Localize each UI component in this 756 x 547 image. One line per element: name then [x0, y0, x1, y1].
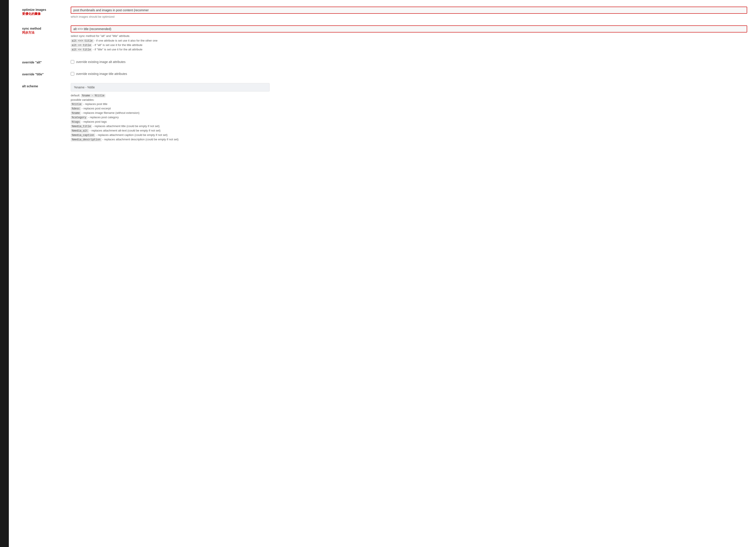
variable-line: %title - replaces post title: [71, 102, 747, 106]
variable-line: %media_caption - replaces attachment cap…: [71, 133, 747, 137]
override-alt-label-col: override "alt": [22, 59, 71, 64]
variable-code: %category: [71, 116, 87, 119]
sidebar: [0, 0, 9, 547]
sync-method-option1-desc: - if one attribute is set use it also fo…: [94, 39, 158, 42]
alt-scheme-label-en: alt scheme: [22, 84, 71, 88]
override-alt-checkbox-label: override existing image alt attributes: [76, 60, 126, 64]
alt-scheme-input[interactable]: [71, 83, 270, 91]
override-alt-checkbox-row: override existing image alt attributes: [71, 60, 747, 64]
variable-desc: - replaces attachment alt-text (could be…: [89, 129, 160, 132]
alt-scheme-label-col: alt scheme: [22, 83, 71, 88]
variable-code: %title: [71, 103, 82, 106]
override-title-control: override existing image title attributes: [71, 71, 747, 76]
variable-desc: - replaces attachment description (could…: [102, 138, 179, 141]
optimize-images-control: post thumbnails and images in post conte…: [71, 7, 747, 18]
variable-code: %name: [71, 111, 81, 115]
optimize-images-select[interactable]: post thumbnails and images in post conte…: [71, 7, 747, 14]
sync-method-select[interactable]: alt <=> title (recommended): [71, 25, 747, 32]
variable-desc: - replaces post category: [87, 116, 119, 119]
override-alt-label-en: override "alt": [22, 61, 71, 64]
variable-line: %category - replaces post category: [71, 116, 747, 119]
sync-method-option2-code: alt => title: [71, 44, 92, 47]
variable-line: %media_title - replaces attachment title…: [71, 124, 747, 128]
override-title-checkbox[interactable]: [71, 72, 74, 76]
alt-scheme-row: alt scheme default: %name - %title possi…: [22, 83, 747, 142]
sync-method-option3: alt <= title - if "title" is set use it …: [71, 48, 747, 51]
variable-desc: - replaces attachment caption (could be …: [95, 133, 168, 137]
variable-desc: - replaces post tags: [81, 120, 107, 123]
alt-scheme-default-label: default:: [71, 94, 80, 97]
sync-method-option1: alt <=> title - if one attribute is set …: [71, 39, 747, 42]
override-alt-control: override existing image alt attributes: [71, 59, 747, 64]
override-title-label-en: override "title": [22, 72, 71, 76]
optimize-images-row: optimize images 要優化的圖像 post thumbnails a…: [22, 7, 747, 18]
variable-code: %media_alt: [71, 129, 89, 133]
variable-code: %media_title: [71, 125, 92, 128]
variable-code: %media_caption: [71, 133, 95, 137]
optimize-images-label-zh: 要優化的圖像: [22, 12, 71, 16]
sync-method-option1-code: alt <=> title: [71, 39, 94, 43]
override-title-row: override "title" override existing image…: [22, 71, 747, 76]
variable-desc: - replaces post excerpt: [81, 107, 111, 110]
sync-method-label-en: sync method: [22, 27, 71, 30]
variable-code: %media_description: [71, 138, 102, 141]
sync-method-option3-desc: - if "title" is set use it for the alt a…: [92, 48, 142, 51]
optimize-images-label-en: optimize images: [22, 8, 71, 11]
sync-method-row: sync method 同步方法 alt <=> title (recommen…: [22, 25, 747, 52]
sync-method-option3-code: alt <= title: [71, 48, 92, 51]
override-title-checkbox-row: override existing image title attributes: [71, 72, 747, 76]
variable-desc: - replaces attachment title (could be em…: [92, 124, 160, 128]
override-alt-checkbox[interactable]: [71, 60, 74, 64]
variable-line: %tags - replaces post tags: [71, 120, 747, 124]
alt-scheme-control: default: %name - %title possible variabl…: [71, 83, 747, 142]
alt-scheme-possible-vars-label: possible variables:: [71, 98, 747, 101]
optimize-images-label-col: optimize images 要優化的圖像: [22, 7, 71, 16]
override-title-checkbox-label: override existing image title attributes: [76, 72, 127, 76]
variable-code: %desc: [71, 107, 81, 111]
override-title-label-col: override "title": [22, 71, 71, 76]
variable-line: %name - replaces image filename (without…: [71, 111, 747, 115]
variable-line: %media_description - replaces attachment…: [71, 138, 747, 141]
variable-line: %media_alt - replaces attachment alt-tex…: [71, 129, 747, 132]
sync-method-option2: alt => title - if "alt" is set use it fo…: [71, 43, 747, 47]
sync-method-option2-desc: - if "alt" is set use it for the title a…: [92, 43, 142, 47]
variable-desc: - replaces image filename (without exten…: [81, 111, 139, 114]
sync-method-description: select sync method for "alt" and "title"…: [71, 34, 747, 38]
main-content: optimize images 要優化的圖像 post thumbnails a…: [9, 0, 756, 547]
alt-scheme-default-code: %name - %title: [81, 94, 105, 97]
variable-desc: - replaces post title: [82, 102, 107, 106]
sync-method-control: alt <=> title (recommended) select sync …: [71, 25, 747, 52]
sync-method-label-zh: 同步方法: [22, 31, 71, 35]
variable-line: %desc - replaces post excerpt: [71, 107, 747, 110]
variable-code: %tags: [71, 120, 81, 124]
optimize-images-hint: which images should be optimized: [71, 15, 747, 18]
sync-method-label-col: sync method 同步方法: [22, 25, 71, 35]
alt-scheme-default-line: default: %name - %title: [71, 94, 747, 97]
override-alt-row: override "alt" override existing image a…: [22, 59, 747, 64]
alt-scheme-variables-list: %title - replaces post title%desc - repl…: [71, 102, 747, 141]
